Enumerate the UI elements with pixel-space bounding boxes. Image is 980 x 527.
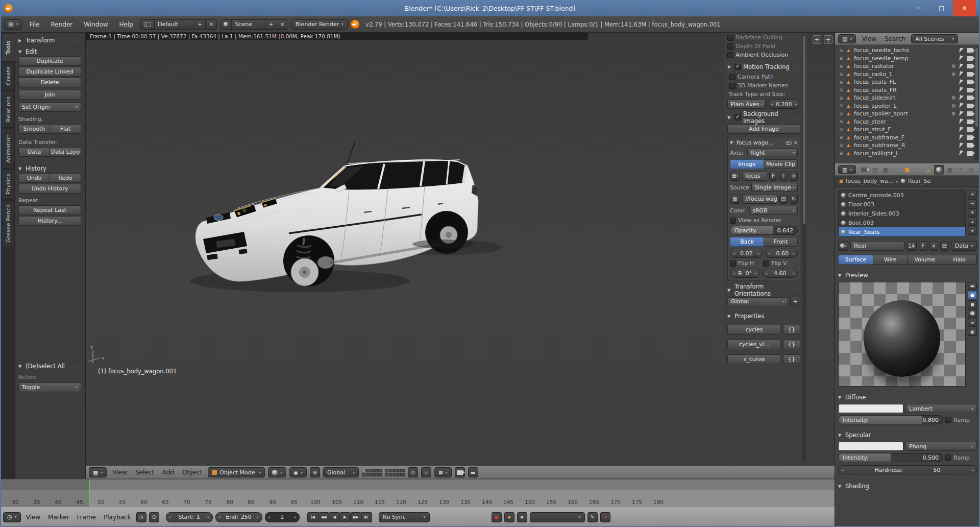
editor-type-button[interactable]: ▤▾ xyxy=(4,19,22,30)
preview-flat-button[interactable]: ▬ xyxy=(968,282,977,290)
slot-move-up-button[interactable]: ▴ xyxy=(968,218,977,226)
add-image-button[interactable]: Add Image xyxy=(727,124,800,134)
track-size-field[interactable]: ◂0.200▸ xyxy=(768,100,800,109)
outliner-row[interactable]: ⊕▲focus_sideskirt⚙ xyxy=(835,94,980,102)
join-button[interactable]: Join xyxy=(18,90,81,100)
ao-checkbox[interactable] xyxy=(727,52,733,58)
expand-icon[interactable]: ⊕ xyxy=(839,48,845,53)
menu-object[interactable]: Object xyxy=(180,469,205,476)
outliner-row[interactable]: ⊕▲focus_seats_FL xyxy=(835,78,980,86)
menu-window[interactable]: Window xyxy=(80,21,112,28)
object-name[interactable]: focus_subframe_F xyxy=(854,134,904,141)
preview-cube-button[interactable]: ◼ xyxy=(968,300,977,308)
display-scope-dropdown[interactable]: All Scenes▾ xyxy=(911,34,958,43)
custom-prop-key[interactable]: cycles_vi... xyxy=(727,340,781,349)
panel-background-images[interactable]: ▼Background Images⋮⋮ xyxy=(727,113,800,122)
outliner-row[interactable]: ⊕▲focus_subframe_F xyxy=(835,134,980,142)
increment-arrow-icon[interactable]: ▸ xyxy=(257,515,259,519)
custom-prop-value[interactable]: {} xyxy=(783,325,800,334)
unlink-image-button[interactable]: × xyxy=(790,172,798,181)
timeline-tracks[interactable] xyxy=(0,480,835,490)
panel-ambient-occlusion[interactable]: Ambient Occlusion⋮⋮ xyxy=(727,52,800,58)
decrement-arrow-icon[interactable]: ◂ xyxy=(268,515,270,519)
outliner-scrollbar[interactable] xyxy=(975,47,978,160)
renderable-icon[interactable] xyxy=(967,151,973,156)
context-scene-icon[interactable]: ▣ xyxy=(880,165,890,175)
editor-type-button[interactable]: ▦▾ xyxy=(89,467,107,477)
selectable-icon[interactable] xyxy=(959,142,964,148)
layers-widget[interactable] xyxy=(362,469,405,476)
bg-images-checkbox[interactable] xyxy=(734,114,741,121)
expand-icon[interactable]: ⊕ xyxy=(839,119,845,124)
backface-checkbox[interactable] xyxy=(727,35,733,41)
expand-icon[interactable]: ⊕ xyxy=(839,87,845,92)
mode-dropdown[interactable]: Object Mode▾ xyxy=(208,467,265,477)
play-button[interactable]: ▶ xyxy=(339,512,351,522)
renderable-icon[interactable] xyxy=(967,119,973,124)
outliner-row[interactable]: ⊕▲focus_spoiler_sport⚙ xyxy=(835,110,980,118)
renderable-icon[interactable] xyxy=(967,135,973,140)
repeat-history-button[interactable]: History... xyxy=(18,216,81,226)
decrement-arrow-icon[interactable]: ◂ xyxy=(169,515,171,519)
diffuse-ramp-checkbox[interactable] xyxy=(945,417,951,423)
redo-button[interactable]: Redo xyxy=(50,173,81,183)
expand-icon[interactable]: ⊕ xyxy=(839,143,845,148)
view-as-render-row[interactable]: View as Render xyxy=(730,217,798,224)
keyframe-icon-button[interactable]: ◆ xyxy=(517,512,527,522)
outliner-row[interactable]: ⊕▲focus_needle_temp xyxy=(835,55,980,63)
outliner-row[interactable]: ⊕▲focus_subframe_R xyxy=(835,141,980,150)
remove-image-icon[interactable]: × xyxy=(794,140,798,146)
panel-transform[interactable]: ▶Transform⋮⋮ xyxy=(18,36,81,45)
camera-path-checkbox[interactable] xyxy=(729,74,736,80)
selectable-icon[interactable] xyxy=(959,111,964,116)
decrement-arrow-icon[interactable]: ◂ xyxy=(733,251,735,256)
increment-arrow-icon[interactable]: ▸ xyxy=(755,271,757,276)
outliner-row[interactable]: ⊕▲focus_radio_1⚙ xyxy=(835,70,980,79)
context-material-icon[interactable] xyxy=(934,165,944,175)
new-image-button[interactable]: + xyxy=(779,172,788,181)
object-name[interactable]: focus_sideskirt xyxy=(854,94,895,101)
context-world-icon[interactable]: ○ xyxy=(891,165,901,175)
decrement-arrow-icon[interactable]: ◂ xyxy=(218,515,220,519)
expand-region-button[interactable]: + xyxy=(824,35,832,44)
menu-view[interactable]: View xyxy=(859,35,878,42)
object-name[interactable]: focus_taillight_L xyxy=(854,150,899,157)
hardness-field[interactable]: ◂ Hardness:50 ▸ xyxy=(838,465,977,474)
unlink-material-button[interactable]: × xyxy=(929,241,938,251)
expand-icon[interactable]: ⊕ xyxy=(839,64,845,69)
open-file-icon[interactable]: ▤ xyxy=(779,195,788,204)
dof-checkbox[interactable] xyxy=(727,43,733,50)
context-data-icon[interactable]: ▲ xyxy=(923,165,933,175)
repeat-last-button[interactable]: Repeat Last xyxy=(18,205,81,215)
material-slot[interactable]: Interior_Sides.003 xyxy=(839,209,965,218)
material-slot-list[interactable]: Centre_console.003 Floor.003 Interior_Si… xyxy=(838,190,966,237)
track-type-dropdown[interactable]: Plain Axes▾ xyxy=(727,100,766,109)
selectable-icon[interactable] xyxy=(959,151,964,156)
selectable-icon[interactable] xyxy=(959,63,964,69)
data-layout-button[interactable]: Data Layo xyxy=(50,147,81,157)
scene-delete-button[interactable]: × xyxy=(277,20,288,29)
scene-value[interactable]: Scene xyxy=(231,20,265,29)
type-wire-tab[interactable]: Wire xyxy=(873,255,908,265)
custom-prop-key[interactable]: cycles xyxy=(727,325,781,334)
breadcrumb-material[interactable]: Rear_Se xyxy=(908,178,930,184)
preview-sphere-button[interactable]: ● xyxy=(968,291,977,299)
orientation-dropdown[interactable]: Global▾ xyxy=(727,297,788,306)
decrement-arrow-icon[interactable]: ◂ xyxy=(765,271,767,276)
n-panel-scrollbar[interactable] xyxy=(802,35,806,463)
renderable-icon[interactable] xyxy=(967,111,973,116)
specular-ramp-checkbox[interactable] xyxy=(945,454,951,461)
object-name[interactable]: focus_seats_FR xyxy=(854,87,897,93)
specular-shader-dropdown[interactable]: Phong▾ xyxy=(905,442,977,451)
material-name-field[interactable]: Rear xyxy=(850,241,904,251)
next-keyframe-button[interactable]: ▶▶ xyxy=(350,512,361,522)
increment-arrow-icon[interactable]: ▸ xyxy=(795,102,797,107)
context-texture-icon[interactable]: ▦ xyxy=(945,165,954,175)
panel-properties[interactable]: ▼Properties⋮⋮ xyxy=(727,312,800,321)
expand-icon[interactable]: ⊕ xyxy=(839,151,845,156)
increment-arrow-icon[interactable]: ▸ xyxy=(793,271,795,276)
image-name-field[interactable]: focus xyxy=(742,171,767,181)
object-name[interactable]: focus_seats_FL xyxy=(854,79,896,85)
draw-front-tab[interactable]: Front xyxy=(764,237,798,247)
specular-intensity-slider[interactable]: Intensity: 0.500 xyxy=(838,453,943,462)
